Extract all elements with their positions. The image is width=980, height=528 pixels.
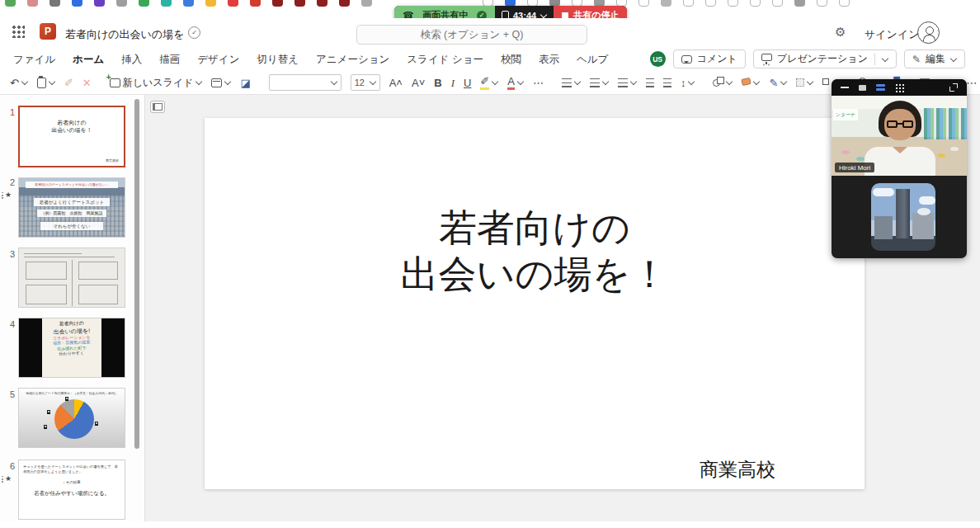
new-slide-button[interactable]: 新しいスライド	[108, 73, 205, 92]
favicon[interactable]	[839, 0, 850, 7]
menu-tab-表示[interactable]: 表示	[539, 53, 559, 67]
font-name-button[interactable]	[267, 73, 343, 92]
participant-video[interactable]: ンターナ Hiroki Mori	[832, 96, 967, 176]
strip-view-icon[interactable]	[876, 84, 885, 92]
favicon[interactable]	[683, 0, 694, 7]
edit-mode-button[interactable]: ✎ 編集	[904, 50, 965, 68]
more-font-options-button[interactable]: ⋯	[531, 73, 545, 92]
slide-thumbnail-4[interactable]: 若者向けの 出会いの場を! コラボレーションを 場所・雰囲気の提案 住み慣れた町…	[18, 318, 125, 378]
menu-tab-校閲[interactable]: 校閲	[501, 53, 521, 67]
slide-thumbnail-3[interactable]	[18, 248, 125, 308]
delete-button[interactable]: ✕	[81, 73, 93, 92]
slide-thumbnail-1[interactable]: 若者向けの 出会いの場を！ 商業高校	[18, 106, 125, 167]
favicon[interactable]	[772, 0, 783, 7]
comments-button[interactable]: コメント	[673, 50, 746, 68]
menu-tab-アニメーション[interactable]: アニメーション	[316, 53, 389, 67]
app-launcher-waffle-icon[interactable]	[12, 25, 25, 38]
collapse-pane-button[interactable]	[150, 101, 165, 113]
menu-tab-ヘルプ[interactable]: ヘルプ	[577, 53, 608, 67]
underline-button[interactable]: U	[462, 73, 473, 92]
menu-tab-ホーム[interactable]: ホーム	[73, 53, 104, 67]
font-size-button[interactable]: 12	[349, 73, 382, 92]
favicon[interactable]	[228, 0, 238, 7]
favicon[interactable]	[339, 0, 350, 7]
favicon[interactable]	[161, 0, 172, 7]
favicon[interactable]	[72, 0, 82, 7]
shapes-button[interactable]	[711, 73, 734, 92]
sign-in-button[interactable]: サインイン	[865, 27, 920, 42]
decrease-indent-button[interactable]	[644, 73, 656, 92]
favicon[interactable]	[94, 0, 105, 7]
minimize-icon[interactable]	[841, 87, 849, 89]
slide-thumbnail-6[interactable]: チェックを使ったデートスポットや出会いの場を通じて、若者同士の交流をしようと思い…	[18, 460, 125, 520]
slide-title-text[interactable]: 若者向けの 出会いの場を！	[205, 205, 865, 297]
second-participant-tile[interactable]	[871, 183, 935, 251]
shape-fill-button[interactable]	[740, 73, 761, 92]
italic-button[interactable]: I	[450, 73, 456, 92]
favicon[interactable]	[27, 0, 38, 7]
expand-icon[interactable]	[949, 83, 958, 92]
format-painter-button[interactable]: ✐	[63, 73, 75, 92]
powerpoint-logo[interactable]: P	[40, 23, 56, 40]
font-size-icon: 12	[351, 74, 380, 91]
favicon[interactable]	[294, 0, 305, 7]
chevron-down-icon	[780, 79, 787, 86]
favicon[interactable]	[817, 0, 827, 7]
favicon[interactable]	[139, 0, 149, 7]
slide-thumbnail-2[interactable]: 若者向けのデートスポットや出会いの場がない… 若者がよく行くデートスポット （例…	[18, 177, 125, 238]
presentation-button[interactable]: プレゼンテーション	[753, 50, 897, 68]
gear-icon[interactable]: ⚙	[835, 26, 846, 38]
furniture	[841, 150, 850, 154]
menu-tab-デザイン[interactable]: デザイン	[197, 53, 239, 67]
favicon[interactable]	[116, 0, 127, 7]
favicon[interactable]	[750, 0, 761, 7]
gallery-view-icon[interactable]	[895, 83, 904, 92]
favicon[interactable]	[661, 0, 671, 7]
slide-layout-button[interactable]	[210, 73, 233, 92]
align-button[interactable]	[616, 73, 638, 92]
font-color-button[interactable]: A	[506, 73, 525, 92]
undo-button[interactable]: ↶	[8, 73, 30, 92]
shape-effects-icon	[796, 78, 804, 87]
favicon[interactable]	[794, 0, 805, 7]
account-person-icon[interactable]	[917, 21, 940, 44]
favicon[interactable]	[205, 0, 216, 7]
grow-font-button[interactable]: A˄	[388, 73, 404, 92]
slide-thumbnail-5[interactable]: 地域の若者のデート等の関係は・（大学生・社会人20代～40代） ■ ■ ■ ■	[18, 388, 125, 448]
favicon[interactable]	[705, 0, 716, 7]
favicon[interactable]	[5, 0, 16, 7]
favicon[interactable]	[250, 0, 261, 7]
speaker-view-icon[interactable]	[859, 85, 866, 91]
numbering-button[interactable]	[588, 73, 610, 92]
favicon[interactable]	[272, 0, 283, 7]
menu-tab-スライド ショー[interactable]: スライド ショー	[407, 53, 483, 67]
search-input[interactable]	[356, 25, 587, 45]
favicon[interactable]	[728, 0, 738, 7]
bold-button[interactable]: B	[432, 73, 443, 92]
increase-indent-button[interactable]	[662, 73, 673, 92]
line-spacing-button[interactable]: ↕	[679, 73, 697, 92]
highlight-color-button[interactable]: ✐	[478, 73, 500, 92]
shape-fill-icon	[742, 78, 751, 86]
thumbnail-scrollbar[interactable]	[134, 99, 139, 449]
favicon[interactable]	[317, 0, 327, 7]
current-slide[interactable]: 若者向けの 出会いの場を！ 商業高校	[205, 118, 865, 489]
favicon[interactable]	[49, 0, 60, 7]
paste-button[interactable]	[35, 73, 57, 92]
menu-tab-切り替え[interactable]: 切り替え	[257, 53, 299, 67]
menu-tab-ファイル[interactable]: ファイル	[13, 53, 55, 67]
shape-outline-button[interactable]: ✎	[767, 73, 789, 92]
favicon[interactable]	[361, 0, 372, 7]
menu-tab-挿入[interactable]: 挿入	[121, 53, 142, 67]
favicon[interactable]	[183, 0, 194, 7]
shrink-font-button[interactable]: A˅	[410, 73, 426, 92]
document-title[interactable]: 若者向けの出会いの場を	[65, 27, 185, 42]
background-fill-button[interactable]: ◪	[238, 73, 252, 92]
comment-bubble-icon	[681, 55, 692, 64]
numbering-icon	[590, 78, 600, 87]
slide-footer-text[interactable]: 商業高校	[700, 457, 775, 483]
shape-effects-button[interactable]	[794, 73, 815, 92]
favicon[interactable]	[638, 0, 649, 7]
bullets-button[interactable]	[560, 73, 582, 92]
menu-tab-描画[interactable]: 描画	[159, 53, 180, 67]
